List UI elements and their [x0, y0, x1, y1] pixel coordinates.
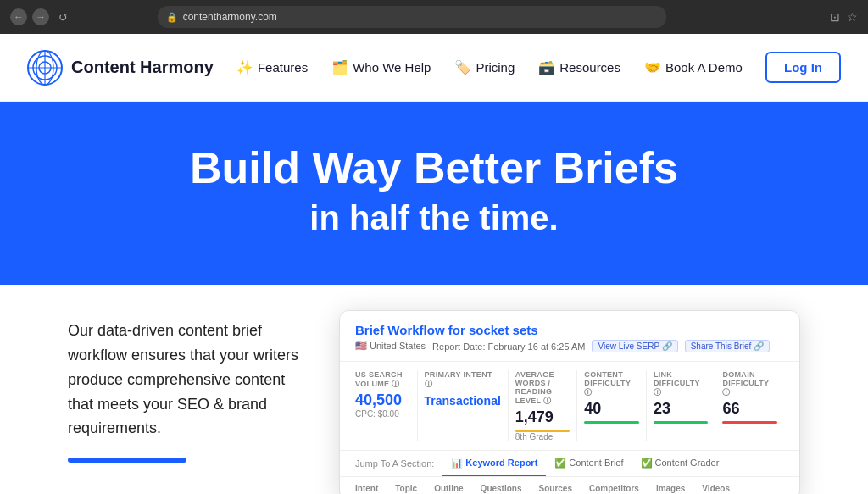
nav-links: ✨ Features 🗂️ Who We Help 🏷️ Pricing 🗃️ …	[226, 53, 753, 82]
stat-avg-words-value: 1,479	[515, 408, 570, 426]
keyword-tab-icon: 📊	[451, 458, 463, 468]
stat-content-difficulty-bar	[584, 421, 639, 424]
nav-book-demo-label: Book A Demo	[665, 60, 743, 75]
stat-domain-difficulty-value: 66	[722, 400, 777, 418]
stat-domain-difficulty-label: DOMAIN DIFFICULTY ⓘ	[722, 370, 777, 398]
stat-link-difficulty-value: 23	[654, 400, 709, 418]
grader-tab-icon: ✅	[641, 458, 653, 468]
stat-search-volume-value: 40,500	[355, 391, 410, 409]
nav-who-we-help-label: Who We Help	[353, 60, 431, 75]
col-questions: Questions	[481, 484, 522, 493]
resources-icon: 🗃️	[538, 59, 555, 75]
back-button[interactable]: ←	[10, 8, 27, 25]
brief-title-prefix: Brief Workflow for	[355, 323, 469, 337]
stat-link-difficulty: LINK DIFFICULTY ⓘ 23	[647, 370, 716, 441]
stat-link-difficulty-bar	[654, 421, 709, 424]
stat-search-volume-label: US SEARCH VOLUME ⓘ	[355, 370, 410, 390]
login-button[interactable]: Log In	[765, 52, 841, 83]
stat-primary-intent-value: Transactional	[425, 394, 501, 408]
stat-primary-intent-label: PRIMARY INTENT ⓘ	[425, 370, 501, 390]
logo-icon	[27, 50, 63, 86]
nav-book-demo[interactable]: 🤝 Book A Demo	[634, 53, 753, 82]
nav-pricing-label: Pricing	[476, 60, 515, 75]
tab-content-grader[interactable]: ✅Content Grader	[632, 451, 728, 476]
hero-section: Build Way Better Briefs in half the time…	[0, 102, 868, 285]
forward-button[interactable]: →	[32, 8, 49, 25]
stat-content-difficulty: CONTENT DIFFICULTY ⓘ 40	[577, 370, 647, 441]
nav-who-we-help[interactable]: 🗂️ Who We Help	[321, 53, 441, 82]
stat-avg-words-sub: 8th Grade	[515, 432, 570, 441]
browser-right-icons: ⊡ ☆	[830, 10, 858, 24]
col-images: Images	[656, 484, 685, 493]
nav-pricing[interactable]: 🏷️ Pricing	[444, 53, 525, 82]
stat-content-difficulty-label: CONTENT DIFFICULTY ⓘ	[584, 370, 639, 398]
app-stats-row: US SEARCH VOLUME ⓘ 40,500 CPC: $0.00 PRI…	[340, 362, 799, 451]
logo-text: Content Harmony	[71, 58, 214, 77]
hero-title-line1: Build Way Better Briefs	[27, 144, 841, 192]
url-text: contentharmony.com	[183, 11, 277, 23]
cast-icon[interactable]: ⊡	[830, 10, 840, 24]
col-sources: Sources	[539, 484, 572, 493]
content-text: Our data-driven content brief workflow e…	[68, 310, 305, 463]
bookmark-icon[interactable]: ☆	[847, 10, 858, 24]
meta-country: 🇺🇸 United States	[355, 341, 426, 352]
brief-keyword: socket sets	[469, 323, 538, 337]
browser-chrome: ← → ↺ 🔒 contentharmony.com ⊡ ☆	[0, 0, 868, 34]
address-bar[interactable]: 🔒 contentharmony.com	[158, 6, 666, 28]
nav-resources-label: Resources	[559, 60, 620, 75]
stat-search-volume: US SEARCH VOLUME ⓘ 40,500 CPC: $0.00	[355, 370, 418, 441]
nav-resources[interactable]: 🗃️ Resources	[528, 53, 631, 82]
content-section: Our data-driven content brief workflow e…	[0, 285, 868, 494]
app-tabs-row: Jump To A Section: 📊Keyword Report ✅Cont…	[340, 451, 799, 477]
hero-title-line2: in half the time.	[27, 197, 841, 238]
app-preview-card: Brief Workflow for socket sets 🇺🇸 United…	[339, 310, 800, 494]
col-topic: Topic	[395, 484, 417, 493]
stat-link-difficulty-label: LINK DIFFICULTY ⓘ	[654, 370, 709, 398]
stat-primary-intent: PRIMARY INTENT ⓘ Transactional	[418, 370, 509, 441]
browser-nav-buttons: ← → ↺	[10, 8, 71, 25]
stat-avg-words: AVERAGE WORDS / READING LEVEL ⓘ 1,479 8t…	[509, 370, 578, 441]
app-preview-meta: 🇺🇸 United States Report Date: February 1…	[355, 340, 784, 352]
site-navbar: Content Harmony ✨ Features 🗂️ Who We Hel…	[0, 34, 868, 102]
nav-features[interactable]: ✨ Features	[226, 53, 318, 82]
nav-features-label: Features	[258, 60, 308, 75]
tab-content-brief[interactable]: ✅Content Brief	[546, 451, 632, 476]
tab-jump-label: Jump To A Section:	[355, 452, 442, 476]
stat-search-volume-sub: CPC: $0.00	[355, 409, 410, 419]
view-serp-badge[interactable]: View Live SERP 🔗	[592, 340, 677, 352]
meta-report-date: Report Date: February 16 at 6:25 AM	[432, 341, 585, 352]
col-outline: Outline	[434, 484, 463, 493]
content-cta-bar	[68, 458, 186, 463]
stat-domain-difficulty-bar	[722, 421, 777, 424]
col-competitors: Competitors	[589, 484, 639, 493]
tab-keyword-report[interactable]: 📊Keyword Report	[442, 451, 546, 476]
col-intent: Intent	[355, 484, 378, 493]
pricing-icon: 🏷️	[454, 59, 471, 75]
stat-content-difficulty-value: 40	[584, 400, 639, 418]
book-demo-icon: 🤝	[644, 59, 661, 75]
who-we-help-icon: 🗂️	[331, 59, 348, 75]
app-preview-header: Brief Workflow for socket sets 🇺🇸 United…	[340, 311, 799, 362]
logo-link[interactable]: Content Harmony	[27, 50, 214, 86]
features-icon: ✨	[236, 59, 253, 75]
lock-icon: 🔒	[166, 12, 178, 23]
app-preview-title: Brief Workflow for socket sets	[355, 323, 784, 337]
content-description: Our data-driven content brief workflow e…	[68, 319, 305, 441]
brief-tab-icon: ✅	[554, 458, 566, 468]
stat-domain-difficulty: DOMAIN DIFFICULTY ⓘ 66	[715, 370, 784, 441]
col-videos: Videos	[702, 484, 730, 493]
reload-button[interactable]: ↺	[54, 8, 71, 25]
share-brief-badge[interactable]: Share This Brief 🔗	[685, 340, 770, 352]
app-columns-row: Intent Topic Outline Questions Sources C…	[340, 477, 799, 494]
stat-avg-words-label: AVERAGE WORDS / READING LEVEL ⓘ	[515, 370, 570, 407]
nav-right: Log In	[765, 52, 841, 83]
